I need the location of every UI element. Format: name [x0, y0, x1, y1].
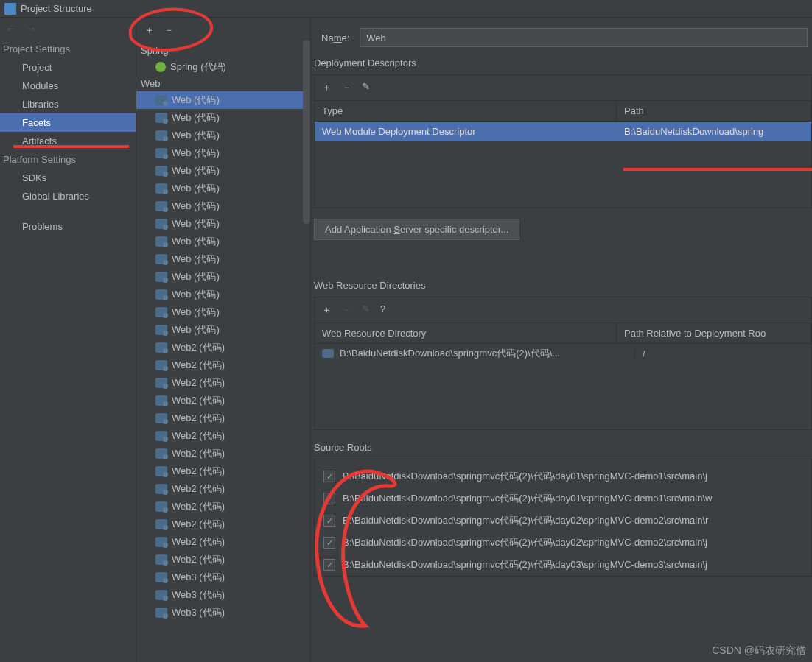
source-root-item[interactable]: ✓B:\BaiduNetdiskDownload\springmvc代码(2)\…: [321, 465, 811, 487]
facet-item[interactable]: Web3 (代码): [136, 586, 310, 604]
web-facet-icon: [155, 254, 167, 264]
facet-item[interactable]: Web (代码): [136, 197, 310, 215]
facet-group-spring[interactable]: Spring: [136, 43, 310, 58]
facet-item[interactable]: Web3 (代码): [136, 568, 310, 586]
add-facet-icon[interactable]: ＋: [144, 24, 154, 37]
facet-item[interactable]: Web2 (代码): [136, 498, 310, 515]
wr-header: Web Resource Directories: [314, 280, 812, 291]
nav-libraries[interactable]: Libraries: [0, 95, 136, 113]
remove-icon: －: [342, 303, 351, 317]
remove-facet-icon[interactable]: －: [164, 24, 174, 37]
facet-label: Web (代码): [172, 129, 220, 142]
facet-item[interactable]: Web (代码): [136, 91, 310, 109]
source-root-item[interactable]: ✓B:\BaiduNetdiskDownload\springmvc代码(2)\…: [321, 487, 811, 510]
facet-item[interactable]: Web (代码): [136, 233, 310, 250]
wr-rel-header: Path Relative to Deployment Roo: [617, 323, 811, 343]
facet-group-web[interactable]: Web: [136, 76, 310, 91]
deploy-row[interactable]: Web Module Deployment Descriptor B:\Baid…: [315, 122, 811, 141]
facet-label: Web (代码): [172, 253, 220, 266]
facet-item[interactable]: Web2 (代码): [136, 533, 310, 551]
facet-label: Web2 (代码): [172, 412, 225, 425]
facet-item[interactable]: Web2 (代码): [136, 409, 310, 427]
facet-item[interactable]: Web2 (代码): [136, 339, 310, 356]
facet-item[interactable]: Web (代码): [136, 127, 310, 144]
wr-rel: /: [634, 348, 645, 359]
facet-spring-child[interactable]: Spring (代码): [136, 58, 310, 76]
facet-label: Web2 (代码): [172, 500, 225, 513]
facet-item[interactable]: Web2 (代码): [136, 445, 310, 462]
web-facet-icon: [155, 466, 167, 476]
web-facet-icon: [155, 148, 167, 158]
facet-label: Web (代码): [172, 235, 220, 248]
edit-icon[interactable]: ✎: [362, 81, 370, 94]
facet-toolbar: ＋ －: [136, 18, 310, 43]
project-settings-header: Project Settings: [0, 40, 136, 58]
facet-item[interactable]: Web (代码): [136, 215, 310, 233]
window-title: Project Structure: [21, 3, 92, 14]
facet-label: Web (代码): [172, 306, 220, 319]
facet-item[interactable]: Web (代码): [136, 321, 310, 339]
facet-item[interactable]: Web2 (代码): [136, 462, 310, 480]
source-root-item[interactable]: ✓B:\BaiduNetdiskDownload\springmvc代码(2)\…: [321, 510, 811, 532]
facet-item[interactable]: Web (代码): [136, 250, 310, 268]
wr-row[interactable]: B:\BaiduNetdiskDownload\springmvc代码(2)\代…: [315, 344, 811, 363]
facet-item[interactable]: Web (代码): [136, 144, 310, 162]
facet-item[interactable]: Web2 (代码): [136, 480, 310, 498]
checkbox[interactable]: ✓: [323, 493, 335, 504]
source-path: B:\BaiduNetdiskDownload\springmvc代码(2)\代…: [343, 558, 707, 571]
facet-item[interactable]: Web2 (代码): [136, 515, 310, 533]
web-facet-icon: [155, 113, 167, 123]
facet-item[interactable]: Web (代码): [136, 180, 310, 197]
help-icon[interactable]: ?: [380, 303, 385, 317]
facet-item[interactable]: Web (代码): [136, 286, 310, 303]
nav-sdks[interactable]: SDKs: [0, 169, 136, 187]
checkbox[interactable]: ✓: [323, 515, 335, 527]
facet-item[interactable]: Web2 (代码): [136, 392, 310, 409]
edit-icon: ✎: [362, 303, 370, 317]
back-icon[interactable]: ←: [6, 23, 16, 35]
col-path-header: Path: [617, 101, 811, 121]
nav-facets[interactable]: Facets: [0, 113, 136, 132]
checkbox[interactable]: ✓: [323, 471, 335, 482]
nav-modules[interactable]: Modules: [0, 77, 136, 95]
web-facet-icon: [155, 395, 167, 406]
scrollbar[interactable]: [303, 40, 310, 224]
title-bar: Project Structure: [0, 0, 812, 18]
source-path: B:\BaiduNetdiskDownload\springmvc代码(2)\代…: [343, 536, 707, 549]
facet-label: Web3 (代码): [172, 588, 225, 602]
web-facet-icon: [155, 537, 167, 547]
source-root-item[interactable]: ✓B:\BaiduNetdiskDownload\springmvc代码(2)\…: [321, 554, 811, 576]
name-input[interactable]: [360, 28, 808, 47]
facet-label: Web (代码): [172, 147, 220, 160]
facet-item[interactable]: Web2 (代码): [136, 551, 310, 568]
source-root-item[interactable]: ✓B:\BaiduNetdiskDownload\springmvc代码(2)\…: [321, 532, 811, 554]
facet-item[interactable]: Web2 (代码): [136, 356, 310, 374]
facet-item[interactable]: Web2 (代码): [136, 427, 310, 445]
nav-project[interactable]: Project: [0, 58, 136, 77]
facet-item[interactable]: Web3 (代码): [136, 604, 310, 621]
remove-icon[interactable]: －: [342, 81, 351, 94]
facet-label: Web2 (代码): [172, 341, 225, 354]
add-server-descriptor-button[interactable]: Add Application Server specific descript…: [314, 219, 519, 240]
facet-label: Web (代码): [172, 164, 220, 177]
web-facet-icon: [155, 413, 167, 423]
facet-item[interactable]: Web (代码): [136, 303, 310, 321]
checkbox[interactable]: ✓: [323, 559, 335, 571]
nav-problems[interactable]: Problems: [0, 217, 136, 236]
web-facet-icon: [155, 219, 167, 229]
facet-item[interactable]: Web (代码): [136, 268, 310, 286]
checkbox[interactable]: ✓: [323, 537, 335, 549]
add-icon[interactable]: ＋: [322, 81, 332, 94]
folder-icon: [322, 349, 334, 358]
nav-global-libraries[interactable]: Global Libraries: [0, 187, 136, 205]
facet-item[interactable]: Web2 (代码): [136, 374, 310, 392]
forward-icon[interactable]: →: [27, 23, 37, 35]
facet-item[interactable]: Web (代码): [136, 109, 310, 127]
facet-item[interactable]: Web (代码): [136, 162, 310, 180]
add-icon[interactable]: ＋: [322, 303, 332, 317]
facet-label: Web (代码): [172, 217, 220, 230]
source-path: B:\BaiduNetdiskDownload\springmvc代码(2)\代…: [343, 470, 707, 483]
web-facet-icon: [155, 201, 167, 211]
facet-label: Web2 (代码): [172, 359, 225, 372]
nav-artifacts[interactable]: Artifacts: [0, 132, 136, 150]
